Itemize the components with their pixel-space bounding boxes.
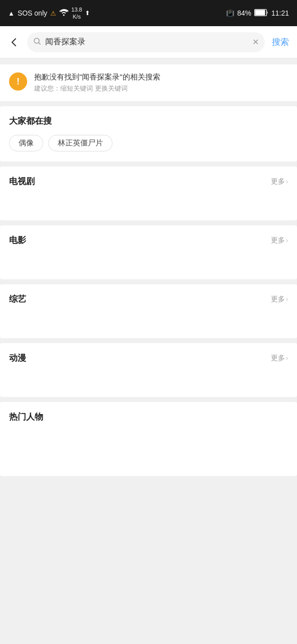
trending-title: 大家都在搜 bbox=[9, 115, 52, 127]
battery-icon bbox=[254, 9, 268, 18]
variety-header: 综艺 更多 › bbox=[9, 293, 288, 305]
status-left: ▲ SOS only ⚠ 13.8 K/s ⬆ bbox=[8, 6, 90, 21]
trending-header: 大家都在搜 bbox=[9, 115, 288, 127]
variety-chevron: › bbox=[286, 296, 288, 303]
signal-icon: ▲ bbox=[8, 10, 15, 17]
hot-people-title: 热门人物 bbox=[9, 411, 43, 423]
hot-people-content bbox=[9, 431, 288, 446]
clear-button[interactable]: ✕ bbox=[252, 37, 259, 47]
search-input[interactable]: 闻香探案录 bbox=[45, 37, 248, 47]
anime-header: 动漫 更多 › bbox=[9, 352, 288, 364]
tag-zombie[interactable]: 林正英僵尸片 bbox=[48, 135, 113, 151]
tags-container: 偶像 林正英僵尸片 bbox=[9, 135, 288, 151]
variety-content bbox=[9, 313, 288, 328]
anime-content bbox=[9, 372, 288, 387]
search-icon bbox=[33, 37, 41, 47]
vibrate-icon: 📳 bbox=[226, 10, 234, 17]
error-subtitle: 建议您：缩短关键词 更换关键词 bbox=[34, 84, 160, 93]
search-input-wrapper[interactable]: 闻香探案录 ✕ bbox=[27, 32, 265, 52]
content-area: ! 抱歉没有找到"闻香探案录"的相关搜索 建议您：缩短关键词 更换关键词 大家都… bbox=[0, 58, 297, 482]
anime-chevron: › bbox=[286, 355, 288, 362]
movie-chevron: › bbox=[286, 237, 288, 244]
search-button[interactable]: 搜索 bbox=[270, 36, 291, 48]
upload-icon: ⬆ bbox=[85, 10, 90, 17]
variety-section: 综艺 更多 › bbox=[0, 284, 297, 338]
speed-text: 13.8 K/s bbox=[71, 6, 82, 21]
variety-title: 综艺 bbox=[9, 293, 26, 305]
tv-header: 电视剧 更多 › bbox=[9, 176, 288, 187]
variety-more-link[interactable]: 更多 › bbox=[271, 295, 288, 304]
status-bar: ▲ SOS only ⚠ 13.8 K/s ⬆ 📳 84% 11:21 bbox=[0, 0, 297, 26]
tv-title: 电视剧 bbox=[9, 176, 35, 187]
trending-section: 大家都在搜 偶像 林正英僵尸片 bbox=[0, 106, 297, 162]
tag-idol[interactable]: 偶像 bbox=[9, 135, 43, 151]
wifi-icon bbox=[59, 9, 68, 18]
movie-more-link[interactable]: 更多 › bbox=[271, 236, 288, 245]
sos-text: SOS only bbox=[18, 9, 47, 17]
error-text-block: 抱歉没有找到"闻香探案录"的相关搜索 建议您：缩短关键词 更换关键词 bbox=[34, 72, 160, 93]
time-text: 11:21 bbox=[271, 9, 289, 17]
tv-section: 电视剧 更多 › bbox=[0, 167, 297, 220]
svg-rect-1 bbox=[255, 10, 265, 15]
error-title: 抱歉没有找到"闻香探案录"的相关搜索 bbox=[34, 72, 160, 82]
warning-icon-status: ⚠ bbox=[50, 10, 56, 17]
anime-title: 动漫 bbox=[9, 352, 26, 364]
movie-content bbox=[9, 254, 288, 269]
anime-section: 动漫 更多 › bbox=[0, 343, 297, 397]
tv-more-link[interactable]: 更多 › bbox=[271, 177, 288, 186]
movie-section: 电影 更多 › bbox=[0, 225, 297, 279]
hot-people-section: 热门人物 bbox=[0, 402, 297, 476]
back-button[interactable] bbox=[6, 34, 22, 50]
tv-chevron: › bbox=[286, 178, 288, 185]
tv-content bbox=[9, 195, 288, 210]
anime-more-link[interactable]: 更多 › bbox=[271, 354, 288, 363]
error-notice: ! 抱歉没有找到"闻香探案录"的相关搜索 建议您：缩短关键词 更换关键词 bbox=[0, 64, 297, 101]
movie-title: 电影 bbox=[9, 234, 26, 246]
hot-people-header: 热门人物 bbox=[9, 411, 288, 423]
battery-percent: 84% bbox=[237, 9, 251, 17]
warning-icon: ! bbox=[9, 72, 27, 91]
status-right: 📳 84% 11:21 bbox=[226, 9, 289, 18]
search-bar: 闻香探案录 ✕ 搜索 bbox=[0, 26, 297, 58]
movie-header: 电影 更多 › bbox=[9, 234, 288, 246]
